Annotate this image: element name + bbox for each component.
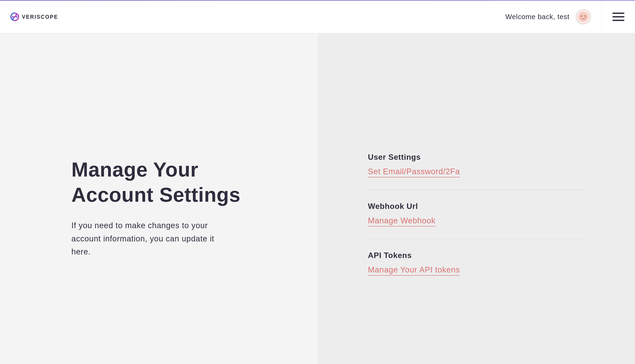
avatar-icon	[578, 11, 589, 22]
page-title: Manage Your Account Settings	[72, 157, 267, 208]
section-title: Webhook Url	[368, 202, 584, 211]
settings-section-webhook: Webhook Url Manage Webhook	[368, 202, 584, 239]
svg-point-0	[578, 12, 588, 22]
svg-point-3	[580, 16, 582, 18]
brand-name: VERISCOPE	[22, 14, 58, 20]
menu-button[interactable]	[602, 1, 635, 33]
welcome-area: Welcome back, test	[506, 9, 602, 24]
svg-point-1	[581, 16, 582, 16]
hamburger-icon	[612, 12, 624, 21]
page-description: If you need to make changes to your acco…	[72, 219, 235, 258]
svg-point-2	[584, 16, 586, 16]
svg-point-4	[585, 16, 587, 18]
app-header: VERISCOPE Welcome back, test	[0, 1, 635, 33]
avatar[interactable]	[576, 9, 591, 24]
section-title: User Settings	[368, 153, 584, 162]
header-right: Welcome back, test	[506, 1, 635, 33]
intro-panel: Manage Your Account Settings If you need…	[0, 33, 318, 364]
section-title: API Tokens	[368, 251, 584, 260]
logo-icon	[10, 12, 19, 22]
user-settings-link[interactable]: Set Email/Password/2Fa	[368, 167, 460, 178]
api-tokens-link[interactable]: Manage Your API tokens	[368, 265, 460, 276]
settings-section-api-tokens: API Tokens Manage Your API tokens	[368, 251, 584, 288]
webhook-link[interactable]: Manage Webhook	[368, 216, 436, 226]
settings-section-user: User Settings Set Email/Password/2Fa	[368, 153, 584, 190]
welcome-text: Welcome back, test	[506, 13, 570, 21]
settings-panel: User Settings Set Email/Password/2Fa Web…	[318, 33, 635, 364]
brand-logo[interactable]: VERISCOPE	[10, 12, 58, 22]
main-content: Manage Your Account Settings If you need…	[0, 33, 635, 364]
